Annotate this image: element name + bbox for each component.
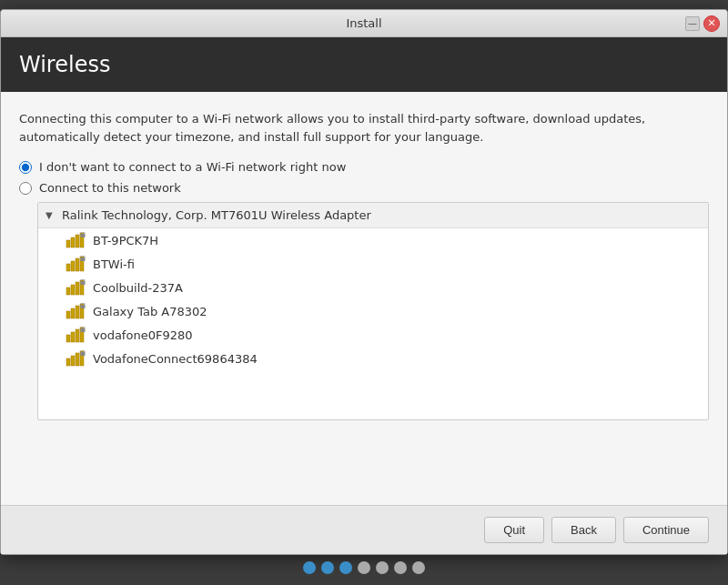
window-title: Install [346, 16, 381, 30]
no-wifi-radio[interactable] [19, 161, 32, 174]
wifi-signal-icon [66, 256, 86, 272]
close-button[interactable]: ✕ [703, 15, 720, 32]
network-item[interactable]: Coolbuild-237A [38, 276, 708, 299]
svg-rect-17 [81, 281, 86, 285]
adapter-row: ▼ Ralink Technology, Corp. MT7601U Wirel… [38, 203, 708, 228]
description-text: Connecting this computer to a Wi-Fi netw… [19, 110, 709, 146]
progress-dot [303, 561, 316, 574]
progress-dots [0, 550, 728, 585]
svg-rect-7 [71, 261, 75, 271]
svg-rect-20 [76, 306, 79, 318]
svg-rect-30 [66, 358, 70, 366]
page-title: Wireless [19, 52, 110, 77]
no-wifi-label: I don't want to connect to a Wi-Fi netwo… [39, 160, 346, 174]
svg-rect-12 [66, 287, 70, 295]
svg-rect-19 [71, 308, 75, 318]
svg-rect-5 [81, 234, 86, 237]
wifi-signal-icon [66, 279, 86, 296]
svg-rect-14 [76, 282, 79, 295]
progress-dot [394, 561, 407, 574]
network-name: BTWi-fi [93, 257, 135, 271]
back-button[interactable]: Back [551, 517, 616, 543]
svg-rect-35 [81, 352, 86, 356]
network-name: BT-9PCK7H [93, 234, 158, 247]
wifi-signal-icon [66, 350, 86, 367]
connect-radio[interactable] [19, 182, 32, 195]
progress-dot [339, 561, 352, 574]
network-item[interactable]: vodafone0F9280 [38, 323, 708, 347]
network-item[interactable]: BT-9PCK7H [38, 228, 708, 252]
svg-rect-13 [71, 285, 75, 295]
svg-rect-26 [76, 329, 79, 342]
wifi-signal-icon [66, 303, 86, 319]
continue-button[interactable]: Continue [623, 517, 709, 543]
svg-rect-31 [71, 356, 75, 366]
svg-rect-6 [66, 264, 70, 271]
expand-icon: ▼ [46, 210, 56, 221]
header-section: Wireless [1, 37, 727, 92]
svg-rect-32 [76, 353, 79, 366]
progress-dot [412, 561, 425, 574]
minimize-button[interactable]: — [685, 16, 700, 31]
network-item[interactable]: BTWi-fi [38, 252, 708, 276]
content-section: Connecting this computer to a Wi-Fi netw… [1, 92, 727, 505]
window-controls: — ✕ [685, 15, 720, 32]
progress-dot [321, 561, 334, 574]
footer-section: Quit Back Continue [1, 505, 727, 554]
svg-rect-29 [81, 328, 86, 332]
network-item[interactable]: Galaxy Tab A78302 [38, 299, 708, 323]
network-name: vodafone0F9280 [93, 328, 192, 342]
connect-label: Connect to this network [39, 181, 181, 195]
svg-rect-18 [66, 311, 70, 318]
adapter-name: Ralink Technology, Corp. MT7601U Wireles… [62, 208, 371, 222]
install-window: Install — ✕ Wireless Connecting this com… [0, 9, 728, 555]
quit-button[interactable]: Quit [484, 517, 544, 543]
network-name: Galaxy Tab A78302 [93, 305, 207, 318]
network-name: Coolbuild-237A [93, 281, 183, 295]
svg-rect-24 [66, 335, 70, 342]
network-item[interactable]: VodafoneConnect69864384 [38, 347, 708, 370]
svg-rect-1 [71, 237, 75, 247]
svg-rect-2 [76, 235, 79, 247]
network-list: ▼ Ralink Technology, Corp. MT7601U Wirel… [37, 202, 709, 420]
progress-dot [376, 561, 389, 574]
no-wifi-option[interactable]: I don't want to connect to a Wi-Fi netwo… [19, 160, 709, 174]
connect-option[interactable]: Connect to this network [19, 181, 709, 195]
svg-rect-11 [81, 257, 86, 261]
wifi-signal-icon [66, 327, 86, 343]
svg-rect-25 [71, 332, 75, 342]
svg-rect-23 [81, 305, 86, 308]
svg-rect-8 [76, 258, 79, 271]
progress-dot [358, 561, 370, 574]
svg-rect-0 [66, 240, 70, 247]
network-name: VodafoneConnect69864384 [93, 352, 258, 366]
titlebar: Install — ✕ [1, 10, 727, 37]
wifi-signal-icon [66, 232, 86, 248]
